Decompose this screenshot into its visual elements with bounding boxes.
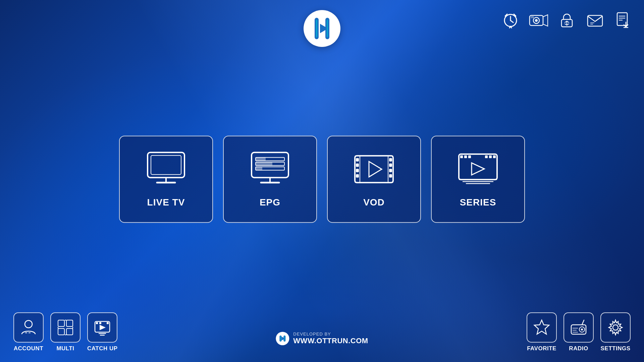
svg-rect-59 (489, 156, 492, 158)
live-tv-button[interactable]: LIVE TV (119, 136, 213, 223)
svg-rect-3 (316, 20, 317, 37)
svg-point-96 (613, 325, 618, 330)
multi-button[interactable]: MULTI (50, 312, 80, 352)
settings-button[interactable]: SETTINGS (600, 312, 631, 352)
svg-rect-73 (58, 320, 64, 326)
svg-rect-20 (588, 15, 602, 26)
svg-marker-88 (534, 320, 549, 334)
svg-rect-75 (58, 328, 64, 335)
svg-point-92 (581, 328, 583, 330)
bottom-right-icons: FAVORITE (527, 312, 631, 352)
vod-label: VOD (363, 197, 385, 208)
svg-rect-28 (148, 153, 184, 178)
account-button[interactable]: ACCOUNT (13, 312, 44, 352)
favorite-label: FAVORITE (527, 345, 556, 352)
svg-rect-49 (389, 164, 392, 167)
alarm-button[interactable] (500, 9, 521, 31)
svg-rect-74 (66, 320, 73, 326)
update-button[interactable] (612, 9, 634, 31)
live-tv-label: LIVE TV (147, 197, 185, 208)
series-button[interactable]: SERIES (431, 136, 525, 223)
app-logo (304, 10, 340, 47)
svg-marker-15 (543, 15, 548, 26)
svg-point-70 (25, 320, 32, 328)
vpn-button[interactable] (556, 9, 578, 31)
svg-rect-44 (356, 158, 359, 162)
svg-rect-31 (151, 156, 181, 175)
catch-up-button[interactable]: CATCH UP (87, 312, 118, 352)
series-label: SERIES (460, 197, 496, 208)
bottom-bar: ACCOUNT (0, 312, 644, 352)
svg-rect-84 (107, 322, 109, 324)
svg-marker-85 (100, 325, 106, 330)
svg-marker-61 (472, 163, 484, 175)
catch-up-label: CATCH UP (87, 345, 118, 352)
epg-label: EPG (260, 197, 280, 208)
main-menu: LIVE TV (119, 136, 525, 223)
bottom-left-icons: ACCOUNT (13, 312, 118, 352)
svg-marker-52 (369, 162, 382, 177)
svg-rect-57 (468, 156, 471, 158)
svg-rect-38 (256, 158, 266, 161)
epg-button[interactable]: EPG (223, 136, 317, 223)
svg-rect-47 (356, 174, 359, 178)
rec-button[interactable]: REC (528, 9, 549, 31)
settings-label: SETTINGS (600, 345, 630, 352)
svg-rect-45 (356, 164, 359, 167)
svg-line-90 (582, 320, 584, 325)
svg-rect-58 (485, 156, 488, 158)
svg-rect-76 (66, 328, 73, 335)
favorite-button[interactable]: FAVORITE (527, 312, 557, 352)
svg-point-14 (535, 19, 538, 22)
top-right-toolbar: REC (500, 9, 634, 31)
svg-rect-51 (389, 174, 392, 178)
account-label: ACCOUNT (14, 345, 44, 352)
svg-rect-46 (356, 169, 359, 172)
radio-label: RADIO (569, 345, 588, 352)
svg-rect-89 (571, 325, 586, 334)
msg-button[interactable] (584, 9, 606, 31)
svg-rect-41 (355, 156, 393, 183)
svg-line-7 (511, 20, 513, 22)
svg-rect-83 (99, 322, 101, 324)
radio-button[interactable]: RADIO (564, 312, 594, 352)
svg-rect-50 (389, 169, 392, 172)
vod-button[interactable]: VOD (327, 136, 421, 223)
multi-label: MULTI (56, 345, 74, 352)
svg-rect-82 (96, 322, 98, 324)
svg-rect-56 (464, 156, 467, 158)
svg-text:REC: REC (531, 17, 535, 19)
svg-rect-40 (256, 167, 262, 170)
svg-rect-48 (389, 158, 392, 162)
svg-rect-55 (460, 156, 463, 158)
svg-rect-60 (493, 156, 496, 158)
svg-rect-39 (256, 162, 272, 166)
svg-rect-4 (327, 20, 328, 37)
